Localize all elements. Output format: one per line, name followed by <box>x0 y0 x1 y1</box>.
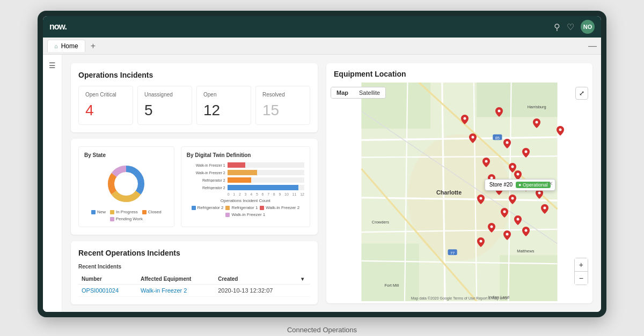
bar-legend-dot <box>260 206 264 210</box>
x-label: 10 <box>284 192 289 196</box>
bar-rows: Walk-in Freezer 1 Walk-in Freezer 2 Refr… <box>187 162 304 190</box>
marker-icon <box>503 230 511 240</box>
avatar[interactable]: NO <box>581 20 595 34</box>
marker-icon <box>477 237 485 247</box>
add-tab-button[interactable]: + <box>87 41 99 51</box>
by-state-title: By State <box>84 152 169 158</box>
map-marker[interactable] <box>477 195 485 206</box>
table-header: Affected Equipment <box>137 274 215 285</box>
bar-legend-item: Walk-in Freezer 2 <box>260 205 299 210</box>
table-header: Created <box>215 274 298 285</box>
marker-icon <box>482 158 490 167</box>
stat-label: Open Critical <box>85 92 126 98</box>
bar-fill <box>228 162 245 168</box>
bell-icon[interactable]: ♡ <box>567 22 574 32</box>
map-title: Equipment Location <box>326 63 592 83</box>
legend-dot <box>91 210 96 214</box>
marker-icon <box>522 227 530 236</box>
x-label: 4 <box>250 192 252 196</box>
operations-incidents-card: Operations Incidents Open Critical 4 Una… <box>71 63 318 132</box>
stat-value: 12 <box>203 102 244 119</box>
recent-incidents-card: Recent Operations Incidents Recent Incid… <box>71 241 318 304</box>
zoom-out-btn[interactable]: − <box>575 272 588 285</box>
svg-point-48 <box>538 191 540 194</box>
svg-point-35 <box>535 121 538 123</box>
bar-track <box>228 177 304 183</box>
map-marker[interactable] <box>541 204 548 216</box>
marker-icon <box>557 126 564 136</box>
map-marker[interactable] <box>501 208 508 220</box>
marker-icon <box>533 118 540 128</box>
map-marker[interactable] <box>503 139 511 151</box>
map-marker[interactable] <box>514 215 522 227</box>
bar-row: Refrigerator 2 <box>187 177 304 183</box>
bar-fill <box>228 185 298 190</box>
fullscreen-btn[interactable]: ⤢ <box>575 87 588 100</box>
stat-value: 4 <box>85 102 126 119</box>
map-marker[interactable] <box>522 227 530 238</box>
map-marker[interactable] <box>533 118 540 130</box>
popup-close[interactable]: ✕ <box>548 181 553 186</box>
marker-icon <box>477 195 485 204</box>
svg-point-51 <box>490 225 493 228</box>
x-label: 0 <box>228 192 230 196</box>
legend-item: Closed <box>142 210 162 214</box>
incident-action <box>298 285 310 297</box>
x-label: 2 <box>239 192 241 196</box>
map-marker[interactable] <box>557 126 564 138</box>
home-tab[interactable]: ⌂ Home <box>47 40 85 52</box>
device-frame: now. ⚲ ♡ NO ⌂ Home + — <box>38 11 606 317</box>
legend-dot <box>142 210 147 214</box>
affected-equipment[interactable]: Walk-in Freezer 2 <box>137 285 215 297</box>
marker-icon <box>501 208 508 218</box>
bar-legend-dot <box>225 206 230 210</box>
home-tab-label: Home <box>61 42 78 50</box>
map-marker[interactable] <box>477 237 485 249</box>
top-icons: ⚲ ♡ NO <box>554 20 595 34</box>
stat-label: Open <box>203 92 244 98</box>
satellite-btn[interactable]: Satellite <box>354 87 385 98</box>
legend-label: New <box>97 210 106 214</box>
map-marker[interactable] <box>522 148 530 160</box>
legend-item: New <box>91 210 106 214</box>
incident-number[interactable]: OPSI0001024 <box>78 285 137 297</box>
table-head: NumberAffected EquipmentCreated▾ <box>78 274 310 285</box>
top-bar: now. ⚲ ♡ NO <box>43 16 601 38</box>
map-toggle: Map Satellite <box>331 87 386 99</box>
app-logo: now. <box>49 22 67 32</box>
stat-value: 5 <box>144 102 185 119</box>
bar-label: Refrigerator 2 <box>187 178 225 182</box>
x-label: 1 <box>233 192 235 196</box>
map-marker[interactable] <box>503 230 511 242</box>
marker-icon <box>461 115 469 124</box>
legend-label: In Progress <box>116 210 138 214</box>
map-marker[interactable] <box>482 158 490 169</box>
digital-twin-title: By Digital Twin Definition <box>187 152 304 158</box>
store-status: ● Operational <box>516 182 550 188</box>
marker-icon <box>536 189 543 199</box>
svg-point-54 <box>525 229 528 232</box>
x-label: 11 <box>292 192 297 196</box>
map-marker[interactable] <box>495 107 503 119</box>
map-marker[interactable] <box>488 223 495 235</box>
sidebar: ☰ <box>43 55 62 312</box>
map-marker[interactable] <box>461 115 469 126</box>
map-btn[interactable]: Map <box>331 87 354 98</box>
map-marker[interactable] <box>469 133 477 145</box>
search-icon[interactable]: ⚲ <box>554 22 560 32</box>
bar-track <box>228 170 304 175</box>
zoom-in-btn[interactable]: + <box>575 258 588 272</box>
minimize-button[interactable]: — <box>588 41 597 51</box>
map-marker[interactable] <box>509 195 516 206</box>
legend-dot <box>110 210 114 214</box>
sidebar-menu-icon[interactable]: ☰ <box>47 59 58 72</box>
bar-legend-label: Refrigerator 1 <box>231 205 258 210</box>
marker-icon <box>514 215 522 225</box>
markers-container <box>326 104 592 290</box>
table-header-row: NumberAffected EquipmentCreated▾ <box>78 274 310 285</box>
incident-created: 2020-10-13 12:32:07 <box>215 285 298 297</box>
bar-fill <box>228 177 251 183</box>
table-header: ▾ <box>298 274 310 285</box>
map-marker[interactable] <box>536 189 543 201</box>
bar-label: Walk-in Freezer 1 <box>187 163 225 167</box>
